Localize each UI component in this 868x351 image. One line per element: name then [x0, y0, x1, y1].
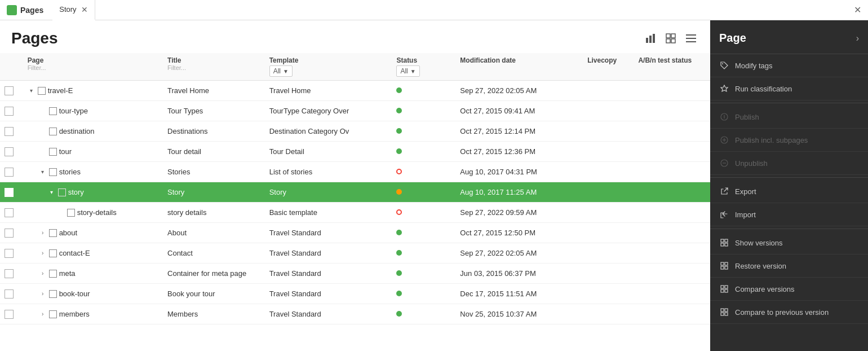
table-row[interactable]: story-detailsstory detailsBasic template… [0, 203, 710, 223]
svg-rect-21 [725, 243, 728, 246]
row-title: Tour detail [163, 142, 265, 162]
sidebar-item-import[interactable]: Import [710, 203, 868, 226]
row-chevron-icon[interactable]: ▾ [48, 188, 56, 196]
row-status [392, 81, 455, 101]
table-row[interactable]: ▾travel-ETravel HomeTravel HomeSep 27, 2… [0, 81, 710, 101]
row-checkbox[interactable] [5, 269, 14, 278]
row-chevron-icon[interactable]: ▾ [28, 87, 36, 95]
sidebar-item-publish: Publish [710, 106, 868, 129]
sidebar-item-label-publish-subpages: Publish incl. subpages [735, 136, 808, 144]
row-checkbox[interactable] [5, 289, 14, 299]
row-status [392, 142, 455, 162]
row-checkbox[interactable] [5, 86, 14, 95]
table-row[interactable]: destinationDestinationsDestination Categ… [0, 121, 710, 142]
page-icon [58, 188, 66, 196]
header-icons [643, 30, 699, 46]
app-logo: Pages [7, 5, 43, 15]
row-chevron-icon[interactable] [39, 128, 47, 135]
row-mod-date: Oct 27, 2015 12:50 PM [455, 223, 583, 243]
row-chevron-icon[interactable]: › [39, 249, 47, 257]
row-ab-status [634, 304, 710, 324]
row-checkbox[interactable] [5, 229, 14, 238]
status-dot [396, 148, 402, 154]
publish-icon [719, 112, 729, 122]
pages-table: Page Filter... Title Filter... Template … [0, 53, 710, 324]
row-page-name: meta [59, 269, 76, 278]
row-chevron-icon[interactable]: › [39, 229, 47, 237]
row-checkbox[interactable] [5, 168, 14, 177]
table-row[interactable]: ›contact-EContactTravel StandardSep 27, … [0, 243, 710, 264]
status-filter-select[interactable]: All▼ [396, 65, 419, 77]
svg-rect-3 [666, 34, 670, 38]
row-livecopy [583, 243, 634, 264]
row-checkbox[interactable] [5, 107, 14, 116]
row-checkbox-cell [0, 162, 23, 182]
page-icon [49, 310, 57, 318]
table-row[interactable]: ›metaContainer for meta pageTravel Stand… [0, 264, 710, 284]
row-chevron-icon[interactable]: › [39, 310, 47, 318]
table-row[interactable]: ›book-tourBook your tourTravel StandardD… [0, 284, 710, 304]
table-row[interactable]: ▾storyStoryStoryAug 10, 2017 11:25 AM [0, 182, 710, 203]
modify-tags-icon [719, 60, 729, 71]
table-row[interactable]: tourTour detailTour DetailOct 27, 2015 1… [0, 142, 710, 162]
sidebar-item-export[interactable]: Export [710, 180, 868, 203]
row-livecopy [583, 223, 634, 243]
row-chevron-icon[interactable]: › [39, 270, 47, 278]
sidebar-item-compare-previous[interactable]: Compare to previous version [710, 301, 868, 324]
row-checkbox[interactable] [5, 310, 14, 319]
row-checkbox-cell [0, 121, 23, 142]
th-ab: A/B/n test status [634, 53, 710, 81]
sidebar-item-label-export: Export [735, 187, 756, 196]
row-page-cell: ›contact-E [23, 243, 163, 264]
svg-rect-33 [725, 313, 728, 315]
row-ab-status [634, 264, 710, 284]
row-chevron-icon[interactable] [39, 107, 47, 115]
table-row[interactable]: ›membersMembersTravel StandardNov 25, 20… [0, 304, 710, 324]
row-status [392, 304, 455, 324]
sidebar-item-restore-version[interactable]: Restore version [710, 255, 868, 278]
top-bar: Pages Story ✕ ✕ [0, 0, 868, 20]
th-moddate: Modification date [455, 53, 583, 81]
bar-chart-icon[interactable] [643, 30, 658, 46]
row-page-cell: story-details [23, 203, 163, 223]
row-chevron-icon[interactable]: ▾ [39, 168, 47, 176]
row-chevron-icon[interactable]: › [39, 290, 47, 298]
window-close-icon[interactable]: ✕ [854, 5, 861, 15]
row-chevron-icon[interactable] [39, 148, 47, 156]
sidebar-item-modify-tags[interactable]: Modify tags [710, 54, 868, 77]
story-tab[interactable]: Story ✕ [52, 0, 95, 20]
row-template: Travel Standard [265, 284, 392, 304]
row-checkbox[interactable] [5, 127, 14, 136]
sidebar-title: Page [719, 32, 746, 45]
row-template: Travel Standard [265, 264, 392, 284]
import-icon [719, 209, 729, 220]
row-status [392, 162, 455, 182]
table-row[interactable]: ›aboutAboutTravel StandardOct 27, 2015 1… [0, 223, 710, 243]
tab-close-icon[interactable]: ✕ [81, 6, 88, 14]
row-checkbox[interactable] [5, 147, 14, 156]
table-row[interactable]: tour-typeTour TypesTourType Category Ove… [0, 101, 710, 121]
row-checkbox[interactable] [5, 208, 14, 217]
row-checkbox-cell [0, 81, 23, 101]
add-view-icon[interactable] [663, 30, 679, 46]
table-row[interactable]: ▾storiesStoriesList of storiesAug 10, 20… [0, 162, 710, 182]
sidebar-item-label-restore-version: Restore version [735, 262, 786, 270]
template-filter-select[interactable]: All▼ [269, 65, 293, 77]
sidebar-item-compare-versions[interactable]: Compare versions [710, 278, 868, 301]
row-page-cell: ›about [23, 223, 163, 243]
sidebar-item-show-versions[interactable]: Show versions [710, 231, 868, 255]
status-dot [396, 291, 402, 296]
page-icon [49, 270, 57, 278]
row-checkbox[interactable] [5, 188, 14, 197]
row-page-cell: ›meta [23, 264, 163, 284]
row-checkbox-cell [0, 203, 23, 223]
menu-icon[interactable] [683, 30, 699, 46]
row-template: Destination Category Ov [265, 121, 392, 142]
sidebar-item-run-classification[interactable]: Run classification [710, 77, 868, 100]
row-chevron-icon[interactable] [57, 209, 65, 217]
row-mod-date: Oct 27, 2015 12:36 PM [455, 142, 583, 162]
row-page-name: tour [59, 147, 72, 156]
page-icon [49, 107, 57, 115]
sidebar-expand-icon[interactable]: › [856, 33, 859, 43]
row-checkbox[interactable] [5, 249, 14, 258]
